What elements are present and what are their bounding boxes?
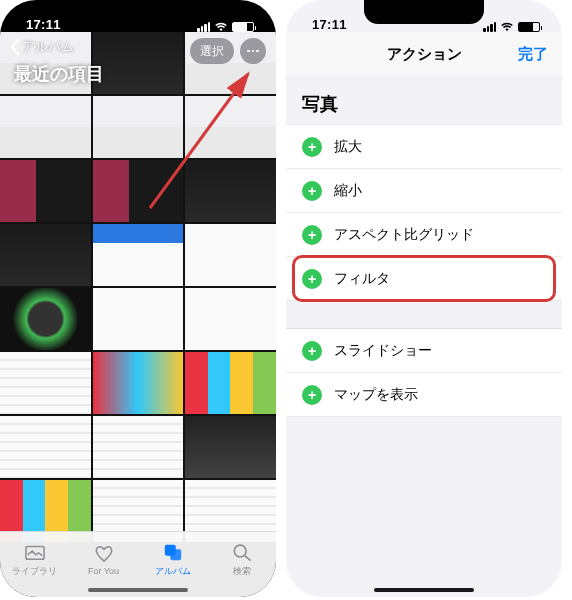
albums-icon (162, 542, 184, 562)
plus-icon: + (302, 341, 322, 361)
thumbnail[interactable] (93, 160, 184, 222)
action-row-slideshow[interactable]: + スライドショー (286, 329, 562, 373)
thumbnail[interactable] (0, 352, 91, 414)
action-row-aspect-grid[interactable]: + アスペクト比グリッド (286, 213, 562, 257)
action-row-zoom-in[interactable]: + 拡大 (286, 125, 562, 169)
battery-icon (232, 22, 254, 32)
thumbnail[interactable] (185, 160, 276, 222)
thumbnail[interactable] (93, 352, 184, 414)
actions-sheet-screen: 17:11 アクション 完了 写真 + 拡大 + 縮小 + アスペクト比グ (286, 0, 562, 597)
action-list: + 拡大 + 縮小 + アスペクト比グリッド + フィルタ + スライドショー … (286, 124, 562, 417)
thumbnail[interactable] (93, 288, 184, 350)
select-button[interactable]: 選択 (190, 38, 234, 64)
tab-search[interactable]: 検索 (207, 532, 276, 597)
svg-rect-3 (170, 549, 181, 560)
thumbnail[interactable] (0, 416, 91, 478)
wifi-icon (214, 22, 228, 32)
done-button[interactable]: 完了 (518, 45, 548, 64)
nav-title: アクション (387, 45, 462, 64)
wifi-icon (500, 22, 514, 32)
status-icons (197, 22, 254, 32)
action-row-map[interactable]: + マップを表示 (286, 373, 562, 417)
signal-icon (197, 22, 210, 32)
list-separator (286, 301, 562, 329)
thumbnail[interactable] (0, 160, 91, 222)
library-icon (24, 542, 46, 562)
tab-label: ライブラリ (12, 565, 57, 578)
status-time: 17:11 (312, 17, 347, 32)
thumbnail[interactable] (0, 224, 91, 286)
thumbnail[interactable] (93, 224, 184, 286)
action-label: 縮小 (334, 182, 362, 200)
battery-icon (518, 22, 540, 32)
action-label: マップを表示 (334, 386, 418, 404)
more-button[interactable] (240, 38, 266, 64)
photo-grid[interactable] (0, 32, 276, 531)
action-label: フィルタ (334, 270, 390, 288)
chevron-left-icon (10, 39, 20, 55)
plus-icon: + (302, 269, 322, 289)
back-label: アルバム (22, 38, 74, 56)
tab-label: For You (88, 566, 119, 576)
plus-icon: + (302, 225, 322, 245)
select-label: 選択 (200, 43, 224, 60)
status-time: 17:11 (26, 17, 61, 32)
thumbnail[interactable] (185, 416, 276, 478)
search-icon (231, 542, 253, 562)
thumbnail[interactable] (93, 96, 184, 158)
foryou-icon (93, 543, 115, 563)
photos-app-screen: 17:11 (0, 0, 276, 597)
home-indicator[interactable] (88, 588, 188, 592)
signal-icon (483, 22, 496, 32)
thumbnail[interactable] (185, 224, 276, 286)
action-row-zoom-out[interactable]: + 縮小 (286, 169, 562, 213)
plus-icon: + (302, 385, 322, 405)
back-button[interactable]: アルバム (10, 38, 74, 56)
section-label: 写真 (286, 76, 562, 124)
page-title: 最近の項目 (14, 62, 104, 86)
thumbnail[interactable] (0, 288, 91, 350)
notch (364, 0, 484, 24)
action-label: 拡大 (334, 138, 362, 156)
thumbnail[interactable] (185, 352, 276, 414)
home-indicator[interactable] (374, 588, 474, 592)
plus-icon: + (302, 137, 322, 157)
tab-label: 検索 (233, 565, 251, 578)
notch (78, 0, 198, 24)
action-label: アスペクト比グリッド (334, 226, 474, 244)
tab-label: アルバム (155, 565, 191, 578)
action-label: スライドショー (334, 342, 432, 360)
thumbnail[interactable] (0, 96, 91, 158)
plus-icon: + (302, 181, 322, 201)
thumbnail[interactable] (185, 288, 276, 350)
thumbnail[interactable] (93, 416, 184, 478)
svg-line-5 (244, 555, 249, 560)
status-icons (483, 22, 540, 32)
nav-bar: アクション 完了 (286, 32, 562, 76)
thumbnail[interactable] (185, 96, 276, 158)
ellipsis-icon (247, 50, 259, 53)
action-row-filter[interactable]: + フィルタ (286, 257, 562, 301)
tab-library[interactable]: ライブラリ (0, 532, 69, 597)
nav-header: アルバム 最近の項目 選択 (0, 32, 276, 88)
